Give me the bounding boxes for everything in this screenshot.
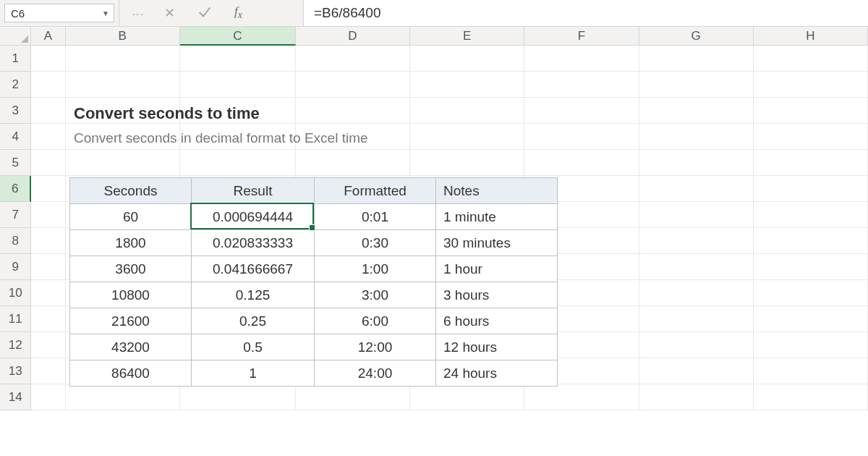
cell-E8[interactable] <box>410 228 524 254</box>
cell-D6[interactable] <box>296 176 410 202</box>
col-header-D[interactable]: D <box>296 27 410 46</box>
cell-H9[interactable] <box>754 254 868 280</box>
cell-H8[interactable] <box>754 228 868 254</box>
cell-H2[interactable] <box>754 72 868 98</box>
cell-B9[interactable] <box>66 254 180 280</box>
cell-B8[interactable] <box>66 228 180 254</box>
cell-A9[interactable] <box>31 254 65 280</box>
cell-E6[interactable] <box>410 176 524 202</box>
cell-A12[interactable] <box>31 332 65 358</box>
formula-input[interactable]: =B6/86400 <box>304 0 868 26</box>
cell-D3[interactable] <box>296 98 410 124</box>
cell-G6[interactable] <box>639 176 754 202</box>
col-header-B[interactable]: B <box>66 27 180 46</box>
cell-F13[interactable] <box>524 358 639 384</box>
row-header-12[interactable]: 12 <box>0 332 31 358</box>
cell-D4[interactable] <box>296 124 410 150</box>
cell-B1[interactable] <box>66 46 180 72</box>
cell-D5[interactable] <box>296 150 410 176</box>
row-header-3[interactable]: 3 <box>0 98 31 124</box>
cell-B13[interactable] <box>66 358 180 384</box>
cell-E14[interactable] <box>410 384 524 410</box>
cell-B2[interactable] <box>66 72 180 98</box>
col-header-G[interactable]: G <box>639 27 754 46</box>
spreadsheet-grid[interactable]: A B C D E F G H 1234567891011121314 Conv… <box>0 27 868 456</box>
cell-B12[interactable] <box>66 332 180 358</box>
row-header-9[interactable]: 9 <box>0 254 31 280</box>
cell-F10[interactable] <box>524 280 639 306</box>
cell-F6[interactable] <box>524 176 639 202</box>
insert-function-icon[interactable]: fx <box>234 4 242 21</box>
cell-G4[interactable] <box>639 124 754 150</box>
name-box-dropdown-icon[interactable]: ▼ <box>102 9 109 17</box>
col-header-H[interactable]: H <box>754 27 868 46</box>
cell-G1[interactable] <box>639 46 754 72</box>
cell-B10[interactable] <box>66 280 180 306</box>
col-header-E[interactable]: E <box>410 27 524 46</box>
row-header-11[interactable]: 11 <box>0 306 31 332</box>
cell-F9[interactable] <box>524 254 639 280</box>
cell-F11[interactable] <box>524 306 639 332</box>
cell-H7[interactable] <box>754 202 868 228</box>
cell-F4[interactable] <box>524 124 639 150</box>
cell-C11[interactable] <box>180 306 296 332</box>
cell-E2[interactable] <box>410 72 524 98</box>
cell-E5[interactable] <box>410 150 524 176</box>
cell-G10[interactable] <box>639 280 754 306</box>
cell-A14[interactable] <box>31 384 65 410</box>
cell-H5[interactable] <box>754 150 868 176</box>
cell-G12[interactable] <box>639 332 754 358</box>
cell-B14[interactable] <box>66 384 180 410</box>
cell-F1[interactable] <box>524 46 639 72</box>
cell-A6[interactable] <box>31 176 65 202</box>
cell-F8[interactable] <box>524 228 639 254</box>
expand-icon[interactable]: ⋮ <box>131 8 145 18</box>
row-header-7[interactable]: 7 <box>0 202 31 228</box>
cell-C10[interactable] <box>180 280 296 306</box>
cell-E10[interactable] <box>410 280 524 306</box>
cell-C4[interactable] <box>180 124 296 150</box>
cell-E9[interactable] <box>410 254 524 280</box>
cell-D10[interactable] <box>296 280 410 306</box>
row-header-1[interactable]: 1 <box>0 46 31 72</box>
cell-D9[interactable] <box>296 254 410 280</box>
cell-A8[interactable] <box>31 228 65 254</box>
cell-B7[interactable] <box>66 202 180 228</box>
row-header-5[interactable]: 5 <box>0 150 31 176</box>
cell-G13[interactable] <box>639 358 754 384</box>
col-header-A[interactable]: A <box>31 27 65 46</box>
cell-C2[interactable] <box>180 72 296 98</box>
cell-C14[interactable] <box>180 384 296 410</box>
cell-C9[interactable] <box>180 254 296 280</box>
enter-icon[interactable] <box>197 4 213 22</box>
col-header-F[interactable]: F <box>524 27 639 46</box>
cell-D8[interactable] <box>296 228 410 254</box>
cell-E13[interactable] <box>410 358 524 384</box>
cell-E3[interactable] <box>410 98 524 124</box>
row-header-14[interactable]: 14 <box>0 384 31 410</box>
cell-D12[interactable] <box>296 332 410 358</box>
cell-E11[interactable] <box>410 306 524 332</box>
cell-A10[interactable] <box>31 280 65 306</box>
cell-C5[interactable] <box>180 150 296 176</box>
cell-F12[interactable] <box>524 332 639 358</box>
cell-G8[interactable] <box>639 228 754 254</box>
cell-A13[interactable] <box>31 358 65 384</box>
row-header-13[interactable]: 13 <box>0 358 31 384</box>
cell-C6[interactable] <box>180 176 296 202</box>
cell-G2[interactable] <box>639 72 754 98</box>
cell-F3[interactable] <box>524 98 639 124</box>
name-box[interactable]: C6 ▼ <box>4 4 114 22</box>
cell-F2[interactable] <box>524 72 639 98</box>
cell-F5[interactable] <box>524 150 639 176</box>
cell-H12[interactable] <box>754 332 868 358</box>
col-header-C[interactable]: C <box>180 27 296 46</box>
cell-H4[interactable] <box>754 124 868 150</box>
cell-G14[interactable] <box>639 384 754 410</box>
cell-F14[interactable] <box>524 384 639 410</box>
cell-F7[interactable] <box>524 202 639 228</box>
cell-D11[interactable] <box>296 306 410 332</box>
cell-H10[interactable] <box>754 280 868 306</box>
cell-H3[interactable] <box>754 98 868 124</box>
cell-A7[interactable] <box>31 202 65 228</box>
